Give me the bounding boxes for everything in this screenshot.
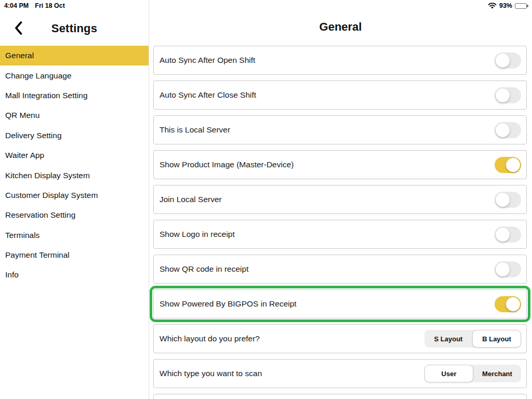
toggle-knob <box>496 88 510 102</box>
sidebar-item-label: Customer Display System <box>5 191 98 200</box>
toggle-auto-sync-close-shift[interactable] <box>495 87 521 103</box>
sidebar-title: Settings <box>51 22 97 35</box>
settings-row-show-powered-by-receipt: Show Powered By BIGPOS in Receipt <box>153 289 527 318</box>
settings-row-partial-bottom <box>153 394 527 399</box>
status-bar: 4:04 PM Fri 18 Oct 93% <box>0 0 532 11</box>
settings-row-auto-sync-open-shift: Auto Sync After Open Shift <box>153 46 527 75</box>
toggle-knob <box>496 123 510 137</box>
sidebar-item-general[interactable]: General <box>0 46 149 65</box>
back-button[interactable] <box>15 21 24 35</box>
settings-row-show-qr-receipt: Show QR code in receipt <box>153 255 527 284</box>
row-label: This is Local Server <box>159 125 230 135</box>
wifi-icon <box>488 3 497 9</box>
sidebar-item-label: Mall Integration Setting <box>5 91 88 100</box>
status-time: 4:04 PM <box>4 2 29 9</box>
sidebar-item-terminals[interactable]: Terminals <box>0 225 149 245</box>
toggle-knob <box>506 158 520 172</box>
toggle-knob <box>496 228 510 242</box>
battery-icon <box>515 3 527 9</box>
sidebar-item-label: Reservation Setting <box>5 210 75 220</box>
main-panel: General Auto Sync After Open Shift Auto … <box>149 11 532 399</box>
status-date: Fri 18 Oct <box>35 2 65 9</box>
segment-merchant[interactable]: Merchant <box>473 365 521 382</box>
toggle-knob <box>496 193 510 207</box>
sidebar-item-label: Terminals <box>5 231 39 240</box>
settings-row-join-local-server: Join Local Server <box>153 185 527 214</box>
toggle-show-logo-receipt[interactable] <box>495 227 521 243</box>
segment-user[interactable]: User <box>424 365 473 382</box>
sidebar: Settings General Change Language Mall In… <box>0 11 149 399</box>
battery-percent: 93% <box>499 2 512 9</box>
segment-b-layout[interactable]: B Layout <box>472 330 521 348</box>
sidebar-item-change-language[interactable]: Change Language <box>0 65 149 85</box>
sidebar-item-delivery-setting[interactable]: Delivery Setting <box>0 126 149 145</box>
sidebar-item-label: QR Menu <box>5 111 39 120</box>
page-title: General <box>149 20 532 34</box>
toggle-knob <box>496 262 510 276</box>
toggle-knob <box>506 297 520 311</box>
sidebar-item-label: Kitchen Display System <box>5 171 90 180</box>
row-label: Join Local Server <box>159 195 222 204</box>
row-label: Which type you want to scan <box>159 369 262 378</box>
sidebar-item-label: Delivery Setting <box>5 131 62 140</box>
segmented-control-layout: S Layout B Layout <box>424 330 521 348</box>
toggle-local-server[interactable] <box>495 122 521 138</box>
segmented-control-scan-type: User Merchant <box>424 365 521 382</box>
toggle-show-qr-receipt[interactable] <box>495 261 521 277</box>
sidebar-item-qr-menu[interactable]: QR Menu <box>0 105 149 125</box>
row-label: Show QR code in receipt <box>159 264 248 274</box>
settings-row-show-logo-receipt: Show Logo in receipt <box>153 220 527 249</box>
sidebar-item-kitchen-display-system[interactable]: Kitchen Display System <box>0 165 149 185</box>
sidebar-item-payment-terminal[interactable]: Payment Terminal <box>0 245 149 265</box>
toggle-join-local-server[interactable] <box>495 192 521 208</box>
chevron-left-icon <box>15 21 22 35</box>
sidebar-item-label: Waiter App <box>5 151 44 160</box>
toggle-show-powered-by-receipt[interactable] <box>495 296 521 312</box>
segment-s-layout[interactable]: S Layout <box>424 330 472 348</box>
sidebar-item-label: Change Language <box>5 71 72 81</box>
settings-row-local-server: This is Local Server <box>153 115 527 144</box>
sidebar-item-label: Info <box>5 270 19 280</box>
settings-row-auto-sync-close-shift: Auto Sync After Close Shift <box>153 81 527 110</box>
settings-row-show-product-image: Show Product Image (Master-Device) <box>153 150 527 179</box>
sidebar-header: Settings <box>0 11 149 46</box>
settings-row-layout-preference: Which layout do you prefer? S Layout B L… <box>153 324 527 353</box>
toggle-knob <box>496 54 510 68</box>
row-label: Show Product Image (Master-Device) <box>159 160 294 169</box>
sidebar-item-mall-integration-setting[interactable]: Mall Integration Setting <box>0 86 149 105</box>
sidebar-item-waiter-app[interactable]: Waiter App <box>0 145 149 165</box>
settings-row-scan-type: Which type you want to scan User Merchan… <box>153 359 527 388</box>
row-label: Auto Sync After Open Shift <box>159 56 255 65</box>
sidebar-item-info[interactable]: Info <box>0 265 149 285</box>
toggle-auto-sync-open-shift[interactable] <box>495 52 521 69</box>
sidebar-item-label: General <box>5 51 34 60</box>
row-label: Auto Sync After Close Shift <box>159 90 256 100</box>
row-label: Show Powered By BIGPOS in Receipt <box>159 299 297 309</box>
sidebar-item-reservation-setting[interactable]: Reservation Setting <box>0 205 149 225</box>
row-label: Which layout do you prefer? <box>159 334 260 343</box>
sidebar-nav: General Change Language Mall Integration… <box>0 46 149 285</box>
row-label: Show Logo in receipt <box>159 230 235 239</box>
settings-rows: Auto Sync After Open Shift Auto Sync Aft… <box>149 46 532 399</box>
sidebar-item-customer-display-system[interactable]: Customer Display System <box>0 185 149 205</box>
toggle-show-product-image[interactable] <box>495 157 521 173</box>
sidebar-item-label: Payment Terminal <box>5 250 70 260</box>
